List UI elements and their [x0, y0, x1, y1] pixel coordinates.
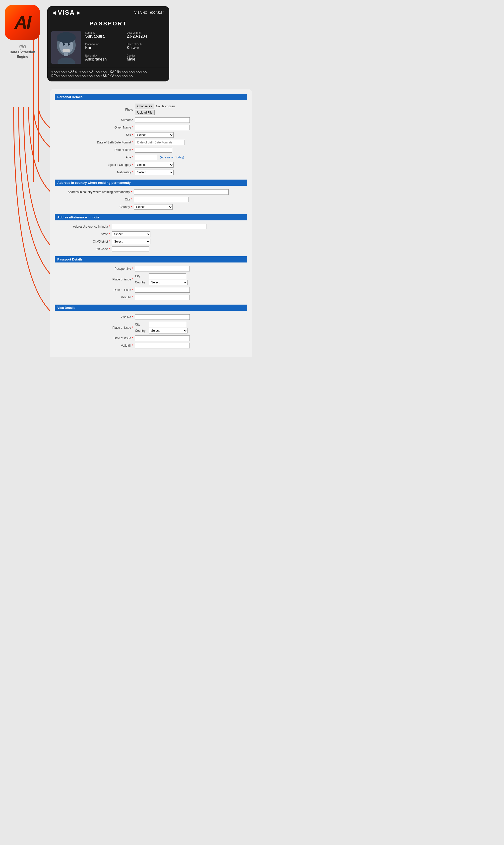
address-input[interactable] [134, 189, 229, 195]
visa-no-row: Visa No * [55, 313, 247, 321]
dob-input[interactable] [135, 147, 172, 152]
form-container: Personal Details Photo Choose file No fi… [50, 89, 252, 357]
passport-details-table: Passport No * Place of issue * City [55, 265, 247, 301]
address-india-header: Address/Reference in India [55, 214, 247, 220]
passport-card: ◀ VISA ▶ VISA NO. 9024J234 PASSPORT [47, 6, 169, 82]
dob-format-input-cell: Date of birth Date Formats [134, 139, 247, 146]
visa-valid-till-input[interactable] [135, 343, 190, 348]
passport-given-name-value: Karn [85, 46, 94, 50]
passport-given-name-label: Given Name [85, 43, 124, 46]
file-upload-row: Choose file No file chosen [135, 104, 246, 109]
passport-dob-field: Date of Birth 23-23-1234 [127, 31, 165, 41]
pin-code-input[interactable] [112, 246, 149, 252]
nationality-row: Nationality * Select [55, 168, 247, 176]
given-name-required: * [132, 126, 133, 129]
no-file-label: No file chosen [156, 105, 175, 108]
address-india-input[interactable] [112, 224, 206, 229]
visa-no-value: 9024J234 [150, 11, 164, 15]
given-name-row: Given Name * [55, 124, 247, 131]
passport-pob-label: Place of Birth [127, 43, 165, 46]
city-input[interactable] [134, 197, 189, 202]
visa-no-input[interactable] [135, 314, 190, 320]
visa-date-issue-input[interactable] [135, 336, 190, 341]
age-row: Age * (Age as on Today) [55, 154, 247, 161]
visa-place-label: Place of issue * [55, 321, 134, 335]
visa-place-row: Place of issue * City Country Select [55, 321, 247, 335]
passport-body: Surname Suryaputra Date of Birth 23-23-1… [47, 29, 169, 68]
city-label: City * [55, 196, 133, 203]
visa-section: ◀ VISA ▶ [52, 9, 80, 16]
address-india-table: Address/reference in India * State * Sel… [55, 223, 247, 253]
choose-file-button[interactable]: Choose file [135, 104, 155, 109]
special-category-select[interactable]: Select [135, 162, 174, 167]
visa-city-input[interactable] [149, 322, 186, 327]
address-india-row: Address/reference in India * [55, 223, 247, 230]
passport-date-issue-input[interactable] [135, 287, 190, 293]
given-name-input-cell [134, 124, 247, 131]
state-label: State * [55, 230, 111, 238]
visa-place-input-cell: City Country Select [134, 321, 247, 335]
dob-format-box[interactable]: Date of birth Date Formats [135, 140, 185, 145]
sex-select[interactable]: Select Male Female Other [135, 132, 174, 138]
age-hint: (Age as on Today) [160, 156, 184, 159]
passport-no-label: Passport No * [55, 265, 134, 272]
visa-country-select[interactable]: Select [149, 328, 187, 334]
address-table: Address in country where residing perman… [55, 188, 247, 211]
passport-place-row: Place of issue * City Country Select [55, 272, 247, 286]
country-input-cell: Select [133, 203, 247, 211]
passport-surname-field: Surname Suryaputra [85, 31, 124, 41]
passport-valid-till-input[interactable] [135, 294, 190, 300]
visa-details-table: Visa No * Place of issue * City Coun [55, 313, 247, 349]
visa-country-sublabel: Country [135, 329, 147, 332]
passport-no-input-cell [134, 265, 247, 272]
address-row: Address in country where residing perman… [55, 188, 247, 196]
passport-gender-label: Gender [127, 54, 165, 57]
sex-input-cell: Select Male Female Other [134, 131, 247, 139]
passport-valid-till-label: Valid till * [55, 294, 134, 301]
passport-place-label: Place of issue * [55, 272, 134, 286]
upload-file-button[interactable]: Upload File [135, 110, 155, 115]
sex-label: Sex * [55, 131, 134, 139]
svg-point-14 [57, 32, 76, 43]
passport-date-issue-input-cell [134, 286, 247, 294]
surname-input[interactable] [135, 117, 190, 123]
brand-sub: Data ExtractionEngine [10, 50, 35, 59]
special-category-input-cell: Select [134, 161, 247, 168]
photo-input-cell: Choose file No file chosen Upload File [134, 103, 247, 116]
dob-row: Date of Birth * [55, 146, 247, 154]
passport-valid-till-input-cell [134, 294, 247, 301]
svg-point-10 [63, 43, 65, 46]
passport-given-name-field: Given Name Karn [85, 43, 124, 52]
passport-gender-field: Gender Male [127, 54, 165, 64]
passport-mrz: <<<<<<<<234 <<<<<2 <<<<< KARN<<<<<<<<<<<… [47, 68, 169, 82]
app-icon: AI [5, 5, 40, 40]
country-select[interactable]: Select [134, 204, 173, 210]
city-input-cell [133, 196, 247, 203]
photo-row: Photo Choose file No file chosen Upload … [55, 103, 247, 116]
city-district-row: City/District * Select [55, 238, 247, 245]
passport-no-input[interactable] [135, 266, 190, 271]
nationality-select[interactable]: Select [135, 169, 174, 175]
special-category-label: Special Category * [55, 161, 134, 168]
passport-city-input[interactable] [149, 273, 186, 279]
state-select[interactable]: Select [112, 231, 150, 237]
visa-place-country-row: Country Select [135, 328, 246, 334]
passport-place-group: City Country Select [135, 273, 246, 285]
state-input-cell: Select [111, 230, 247, 238]
upload-file-wrapper: Upload File [135, 109, 246, 115]
passport-details-header: Passport Details [55, 256, 247, 263]
passport-surname-value: Suryaputra [85, 34, 105, 38]
address-header: Address in country where residing perman… [55, 180, 247, 186]
photo-label: Photo [55, 103, 134, 116]
passport-country-select[interactable]: Select [149, 280, 187, 285]
surname-row: Surname [55, 116, 247, 124]
app-icon-label: AI [15, 14, 30, 31]
given-name-input[interactable] [135, 125, 190, 130]
age-input[interactable] [135, 155, 157, 160]
address-india-label: Address/reference in India * [55, 223, 111, 230]
passport-nationality-field: Nationality Angpradesh [85, 54, 124, 64]
visa-date-issue-input-cell [134, 335, 247, 342]
visa-place-city-row: City [135, 322, 246, 327]
city-district-select[interactable]: Select [112, 239, 150, 244]
visa-number: VISA NO. 9024J234 [134, 11, 164, 15]
